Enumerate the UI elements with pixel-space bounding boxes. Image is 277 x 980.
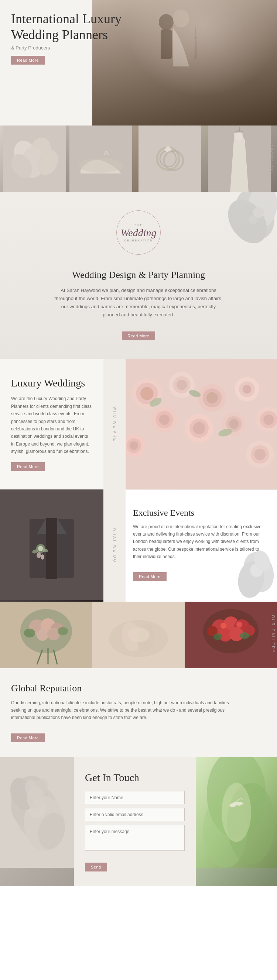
svg-point-70 (37, 552, 41, 558)
who-spacer: WHO WE ARE (103, 359, 126, 489)
svg-point-74 (250, 564, 263, 577)
hero-section: International Luxury Wedding Planners & … (0, 0, 277, 126)
svg-point-30 (140, 387, 153, 400)
svg-point-57 (255, 449, 266, 460)
svg-point-92 (127, 627, 150, 642)
wedding-design-cta[interactable]: Read More (122, 331, 156, 340)
svg-point-6 (173, 10, 189, 27)
global-rep-body: Our discerning, international clientele … (11, 699, 233, 722)
what-heading: Exclusive Events (133, 508, 266, 518)
svg-point-39 (243, 385, 252, 394)
svg-point-33 (177, 380, 187, 390)
svg-point-48 (229, 419, 239, 429)
svg-point-84 (57, 627, 68, 635)
photo-flowers (0, 126, 69, 192)
our-gallery-label: OUR GALLERY (271, 615, 275, 655)
contact-section: Get In Touch Send (0, 757, 277, 886)
contact-submit-button[interactable]: Send (85, 862, 107, 872)
svg-rect-2 (195, 30, 196, 31)
svg-rect-63 (46, 518, 57, 579)
contact-floral-decoration (0, 757, 74, 886)
contact-email-input[interactable] (85, 808, 185, 821)
photo-grid (0, 126, 277, 192)
wedding-logo: THE Wedding CELEBRATION (113, 210, 164, 262)
who-we-are-section: Luxury Weddings We are the Luxury Weddin… (0, 359, 277, 489)
svg-point-23 (244, 192, 277, 231)
wedding-logo-the: THE (134, 223, 143, 227)
photo-dress (208, 126, 277, 192)
svg-point-120 (221, 783, 251, 842)
what-we-do-label: WHAT WE DO (113, 528, 117, 563)
gallery-image-3 (185, 601, 277, 668)
hero-subtitle: & Party Producers (11, 45, 121, 51)
global-rep-cta[interactable]: Read More (11, 733, 45, 742)
svg-point-73 (235, 559, 267, 600)
what-we-do-section: WHAT WE DO Exclusive Events We are proud… (0, 490, 277, 601)
svg-point-104 (220, 623, 226, 628)
svg-point-14 (79, 158, 123, 173)
svg-point-45 (193, 422, 205, 434)
wedding-design-section: THE Wedding CELEBRATION Wedding Design &… (0, 192, 277, 359)
what-right-content: Exclusive Events We are proud of our int… (126, 490, 277, 601)
svg-point-51 (263, 415, 274, 425)
svg-point-103 (240, 632, 249, 639)
wedding-logo-main: Wedding (121, 227, 157, 239)
what-cta-button[interactable]: Read More (133, 572, 167, 581)
who-flowers-photo (126, 359, 277, 489)
wedding-logo-circle: THE Wedding CELEBRATION (116, 210, 161, 255)
svg-rect-3 (194, 37, 197, 38)
who-right-image (126, 359, 277, 489)
hero-cta-button[interactable]: Read More (11, 56, 45, 65)
contact-right-image (196, 757, 277, 886)
wedding-design-heading: Wedding Design & Party Planning (11, 269, 266, 280)
gallery-image-2 (92, 601, 185, 668)
wedding-logo-celebration: CELEBRATION (124, 239, 153, 242)
global-rep-section: Global Reputation Our discerning, intern… (0, 668, 277, 757)
global-rep-heading: Global Reputation (11, 683, 266, 694)
svg-point-105 (236, 622, 242, 627)
svg-rect-5 (161, 30, 172, 59)
contact-name-input[interactable] (85, 791, 185, 804)
what-body: We are proud of our international reputa… (133, 523, 266, 561)
contact-message-input[interactable] (85, 825, 185, 851)
who-cta-button[interactable]: Read More (11, 462, 45, 471)
what-left-image (0, 490, 103, 601)
svg-point-24 (220, 192, 275, 251)
svg-point-4 (159, 14, 174, 30)
svg-point-71 (41, 554, 44, 560)
contact-heading: Get In Touch (85, 772, 185, 784)
hero-text-block: International Luxury Wedding Planners & … (11, 11, 121, 65)
photo-rings (138, 126, 208, 192)
what-we-do-spacer: WHAT WE DO (103, 490, 126, 601)
photo-shoes (69, 126, 139, 192)
who-body: We are the Luxury Wedding and Party Plan… (11, 395, 92, 455)
svg-point-102 (213, 633, 222, 640)
svg-rect-15 (138, 126, 201, 192)
contact-form: Get In Touch Send (74, 757, 196, 886)
gallery-images (0, 601, 277, 668)
svg-point-42 (159, 415, 170, 425)
about-us-label: ABOUT US (269, 144, 273, 173)
hero-title: International Luxury Wedding Planners (11, 11, 121, 43)
photo-grid-wrapper: ABOUT US (0, 126, 277, 192)
who-we-are-label: WHO WE ARE (113, 406, 117, 442)
svg-point-25 (253, 207, 264, 218)
svg-point-54 (130, 441, 138, 450)
gallery-wrapper: OUR GALLERY (0, 601, 277, 668)
who-left-content: Luxury Weddings We are the Luxury Weddin… (0, 359, 103, 489)
svg-point-22 (229, 192, 277, 245)
svg-point-36 (207, 392, 218, 404)
svg-point-82 (47, 628, 60, 640)
wedding-design-body: At Sarah Haywood we plan, design and man… (54, 286, 223, 319)
svg-point-81 (37, 629, 48, 641)
who-heading: Luxury Weddings (11, 377, 92, 389)
svg-point-26 (248, 215, 258, 224)
svg-point-83 (24, 628, 35, 638)
gallery-image-1 (0, 601, 92, 668)
